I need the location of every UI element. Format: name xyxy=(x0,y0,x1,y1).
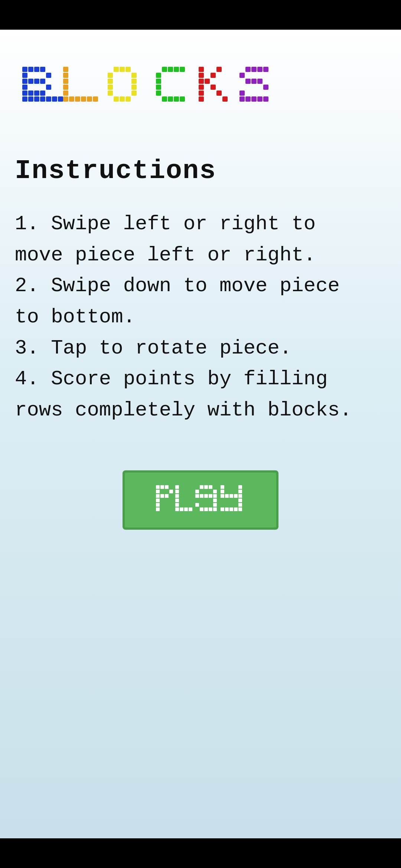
svg-rect-71 xyxy=(222,96,228,102)
svg-rect-98 xyxy=(175,485,179,489)
svg-rect-128 xyxy=(221,494,224,498)
svg-rect-130 xyxy=(229,494,233,498)
svg-rect-9 xyxy=(40,79,45,84)
svg-rect-36 xyxy=(125,67,131,72)
svg-rect-59 xyxy=(180,96,185,102)
svg-rect-76 xyxy=(239,73,245,78)
svg-rect-110 xyxy=(195,490,199,493)
svg-rect-70 xyxy=(199,96,204,102)
svg-rect-46 xyxy=(120,96,125,102)
svg-rect-68 xyxy=(199,91,204,96)
svg-rect-119 xyxy=(213,503,217,507)
svg-rect-92 xyxy=(156,494,160,498)
svg-rect-124 xyxy=(221,485,224,489)
svg-rect-127 xyxy=(238,490,242,493)
svg-rect-85 xyxy=(257,96,263,102)
blocks-logo xyxy=(15,67,386,126)
svg-rect-95 xyxy=(156,499,160,502)
svg-rect-112 xyxy=(195,494,199,498)
svg-rect-74 xyxy=(257,67,263,72)
svg-rect-118 xyxy=(195,503,199,507)
instruction-4: 4. Score points by fillingrows completel… xyxy=(15,368,352,421)
svg-rect-138 xyxy=(234,507,238,511)
svg-rect-103 xyxy=(175,507,179,511)
svg-rect-83 xyxy=(245,96,251,102)
svg-rect-75 xyxy=(263,67,268,72)
svg-rect-41 xyxy=(108,85,113,90)
svg-rect-58 xyxy=(174,96,179,102)
svg-rect-57 xyxy=(168,96,173,102)
svg-rect-66 xyxy=(199,85,204,90)
top-status-bar xyxy=(0,0,401,30)
svg-rect-34 xyxy=(114,67,119,72)
svg-rect-116 xyxy=(213,494,217,498)
svg-rect-64 xyxy=(199,79,204,84)
svg-rect-4 xyxy=(22,73,27,78)
svg-rect-18 xyxy=(34,96,39,102)
svg-rect-102 xyxy=(175,503,179,507)
svg-rect-86 xyxy=(263,96,268,102)
svg-rect-99 xyxy=(175,490,179,493)
svg-rect-39 xyxy=(108,79,113,84)
svg-rect-25 xyxy=(63,79,68,84)
svg-rect-114 xyxy=(204,494,208,498)
svg-rect-87 xyxy=(156,485,160,489)
play-button-label xyxy=(156,485,245,515)
svg-rect-125 xyxy=(238,485,242,489)
svg-rect-62 xyxy=(199,73,204,78)
svg-rect-100 xyxy=(175,494,179,498)
svg-rect-120 xyxy=(200,507,203,511)
svg-rect-91 xyxy=(169,490,173,493)
svg-rect-17 xyxy=(28,96,33,102)
svg-rect-139 xyxy=(238,507,242,511)
svg-rect-0 xyxy=(22,67,27,72)
svg-rect-15 xyxy=(40,91,45,96)
svg-rect-117 xyxy=(213,499,217,502)
svg-rect-79 xyxy=(257,79,263,84)
svg-rect-126 xyxy=(221,490,224,493)
play-button[interactable] xyxy=(123,470,278,530)
svg-rect-109 xyxy=(209,485,212,489)
svg-rect-96 xyxy=(156,503,160,507)
svg-rect-73 xyxy=(251,67,257,72)
svg-rect-94 xyxy=(165,494,169,498)
instruction-1: 1. Swipe left or right tomove piece left… xyxy=(15,213,316,266)
svg-rect-135 xyxy=(221,507,224,511)
svg-rect-115 xyxy=(209,494,212,498)
svg-rect-5 xyxy=(46,73,51,78)
svg-rect-123 xyxy=(213,507,217,511)
svg-rect-21 xyxy=(52,96,57,102)
svg-rect-30 xyxy=(75,96,80,102)
svg-rect-49 xyxy=(168,67,173,72)
svg-rect-67 xyxy=(211,85,216,90)
svg-rect-8 xyxy=(34,79,39,84)
svg-rect-122 xyxy=(209,507,212,511)
main-content: Instructions 1. Swipe left or right tomo… xyxy=(0,30,401,838)
svg-rect-132 xyxy=(238,494,242,498)
svg-rect-82 xyxy=(239,96,245,102)
svg-rect-53 xyxy=(156,79,161,84)
svg-rect-24 xyxy=(63,73,68,78)
svg-rect-97 xyxy=(156,507,160,511)
svg-rect-33 xyxy=(93,96,98,102)
svg-rect-56 xyxy=(162,96,167,102)
svg-rect-90 xyxy=(156,490,160,493)
svg-rect-134 xyxy=(238,503,242,507)
instructions-body: 1. Swipe left or right tomove piece left… xyxy=(15,208,386,426)
svg-rect-133 xyxy=(238,499,242,502)
svg-rect-22 xyxy=(58,96,63,102)
svg-rect-23 xyxy=(63,67,68,72)
svg-rect-13 xyxy=(28,91,33,96)
svg-rect-88 xyxy=(160,485,164,489)
svg-rect-60 xyxy=(199,67,204,72)
svg-rect-2 xyxy=(34,67,39,72)
svg-rect-65 xyxy=(205,79,210,84)
play-button-container xyxy=(15,470,386,530)
svg-rect-121 xyxy=(204,507,208,511)
svg-rect-52 xyxy=(156,73,161,78)
svg-rect-77 xyxy=(245,79,251,84)
svg-rect-27 xyxy=(63,91,68,96)
svg-rect-45 xyxy=(114,96,119,102)
svg-rect-54 xyxy=(156,85,161,90)
svg-rect-11 xyxy=(46,85,51,90)
